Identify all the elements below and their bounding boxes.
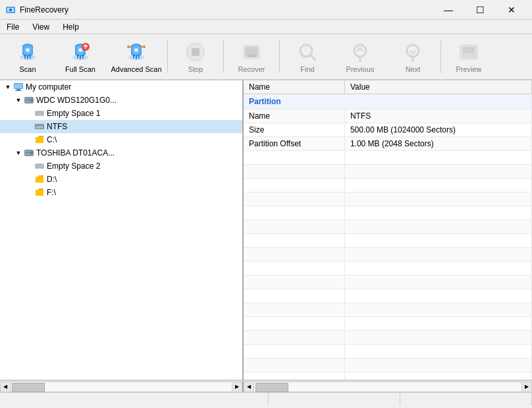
toolbar-sep-2 [223, 40, 224, 73]
ntfs-icon: NTFS [34, 121, 45, 132]
toolbar-sep-1 [167, 40, 168, 73]
tree-expand-my-computer[interactable]: ▼ [3, 82, 13, 92]
partition-section-header: Partition [244, 94, 532, 109]
window-title: FineRecovery [20, 5, 68, 15]
svg-rect-38 [26, 100, 30, 100]
tree-expand-wdc[interactable]: ▼ [13, 95, 24, 105]
next-button[interactable]: Next [386, 36, 439, 77]
scan-button[interactable]: Scan [1, 36, 54, 77]
stop-button[interactable]: Stop [169, 36, 222, 77]
empty-space-2-icon [34, 161, 45, 171]
empty-space-1-icon [34, 108, 45, 119]
detail-row-size: Size 500.00 MB (1024000 Sectors) [244, 123, 532, 137]
toshiba-label: TOSHIBA DT01ACA... [36, 148, 115, 158]
svg-point-6 [78, 48, 82, 52]
svg-point-10 [127, 45, 130, 48]
detail-empty-1 [244, 151, 532, 165]
app-icon [5, 5, 16, 15]
detail-size-value: 500.00 MB (1024000 Sectors) [344, 123, 531, 137]
details-table: Name Value Partition Name NTFS Size 500.… [244, 80, 532, 380]
svg-rect-27 [470, 47, 475, 49]
advanced-scan-button[interactable]: Advanced Scan [107, 36, 166, 77]
find-button[interactable]: Find [281, 36, 334, 77]
svg-point-4 [26, 48, 30, 52]
tree-item-f-drive[interactable]: F:\ [0, 186, 242, 199]
full-scan-label: Full Scan [65, 65, 95, 73]
svg-rect-40 [36, 111, 43, 115]
advanced-scan-label: Advanced Scan [111, 65, 161, 73]
detail-empty-17 [244, 372, 532, 380]
find-icon [296, 40, 319, 64]
partition-label: Partition [244, 94, 532, 109]
tree-item-my-computer[interactable]: ▼ My computer [0, 80, 242, 94]
close-button[interactable]: ✕ [496, 0, 527, 20]
tree-scrollbar-container: ◀ ▶ [0, 381, 244, 392]
detail-offset-key: Partition Offset [244, 137, 344, 151]
details-scroll-right[interactable]: ▶ [521, 382, 532, 392]
menu-file[interactable]: File [0, 21, 26, 33]
recover-button[interactable]: Recover [225, 36, 278, 77]
menu-help[interactable]: Help [56, 21, 86, 33]
tree-scroll-left[interactable]: ◀ [0, 382, 11, 392]
svg-rect-48 [26, 152, 30, 153]
preview-label: Preview [456, 65, 481, 73]
empty-space-2-label: Empty Space 2 [47, 161, 100, 171]
tree-scroll-thumb[interactable] [12, 383, 45, 392]
tree-item-empty-space-2[interactable]: Empty Space 2 [0, 160, 242, 173]
minimize-button[interactable]: — [433, 0, 464, 20]
next-icon [401, 40, 425, 64]
title-bar-left: FineRecovery [5, 5, 68, 15]
tree-item-toshiba[interactable]: ▼ TOSHIBA DT01ACA... [0, 146, 242, 160]
my-computer-label: My computer [26, 82, 71, 92]
menu-view[interactable]: View [26, 21, 56, 33]
maximize-button[interactable]: ☐ [465, 0, 495, 20]
detail-row-offset: Partition Offset 1.00 MB (2048 Sectors) [244, 137, 532, 151]
detail-empty-3 [244, 179, 532, 192]
svg-line-19 [310, 55, 315, 60]
wdc-drive-icon [24, 95, 34, 105]
preview-button[interactable]: Preview [442, 36, 495, 77]
title-bar: FineRecovery — ☐ ✕ [0, 0, 532, 20]
col-name-header: Name [244, 80, 344, 94]
next-label: Next [406, 65, 421, 73]
tree-item-d-drive[interactable]: D:\ [0, 173, 242, 186]
details-scroll-track[interactable] [254, 382, 521, 392]
tree-scroll-right[interactable]: ▶ [232, 382, 242, 392]
full-scan-button[interactable]: Full Scan [54, 36, 107, 77]
previous-button[interactable]: Previous [334, 36, 386, 77]
tree-scroll-track[interactable] [11, 382, 232, 392]
status-segment-2 [269, 393, 400, 405]
details-scroll-thumb[interactable] [255, 383, 288, 392]
detail-empty-9 [244, 262, 532, 276]
tree-item-empty-space-1[interactable]: Empty Space 1 [0, 107, 242, 120]
svg-point-20 [354, 45, 366, 57]
tree-item-c-drive[interactable]: C:\ [0, 133, 242, 146]
recover-icon [240, 40, 263, 64]
detail-empty-11 [244, 289, 532, 303]
wdc-label: WDC WDS120G1G0... [36, 96, 117, 105]
toolbar-sep-4 [440, 40, 441, 73]
detail-empty-12 [244, 303, 532, 317]
details-scroll-left[interactable]: ◀ [244, 382, 254, 392]
scrollbar-area: ◀ ▶ ◀ ▶ [0, 380, 532, 392]
svg-point-37 [31, 100, 32, 101]
tree-pane[interactable]: ▼ My computer ▼ [0, 80, 244, 380]
recover-label: Recover [238, 65, 265, 73]
tree-item-ntfs[interactable]: NTFS NTFS [0, 120, 242, 133]
detail-empty-2 [244, 165, 532, 179]
full-scan-icon [68, 40, 92, 64]
svg-rect-29 [470, 51, 473, 53]
tree-item-wdc[interactable]: ▼ WDC WDS120G1G0... [0, 94, 242, 107]
svg-text:NTFS: NTFS [36, 126, 43, 129]
detail-empty-13 [244, 317, 532, 331]
detail-name-value: NTFS [344, 109, 531, 123]
tree-expand-toshiba[interactable]: ▼ [13, 148, 24, 158]
main-content: ▼ My computer ▼ [0, 80, 532, 380]
scan-label: Scan [19, 65, 36, 73]
detail-empty-10 [244, 276, 532, 289]
scan-icon [16, 40, 40, 64]
detail-empty-4 [244, 192, 532, 206]
detail-empty-8 [244, 248, 532, 262]
status-segment-3 [400, 393, 532, 405]
computer-icon [13, 82, 24, 92]
